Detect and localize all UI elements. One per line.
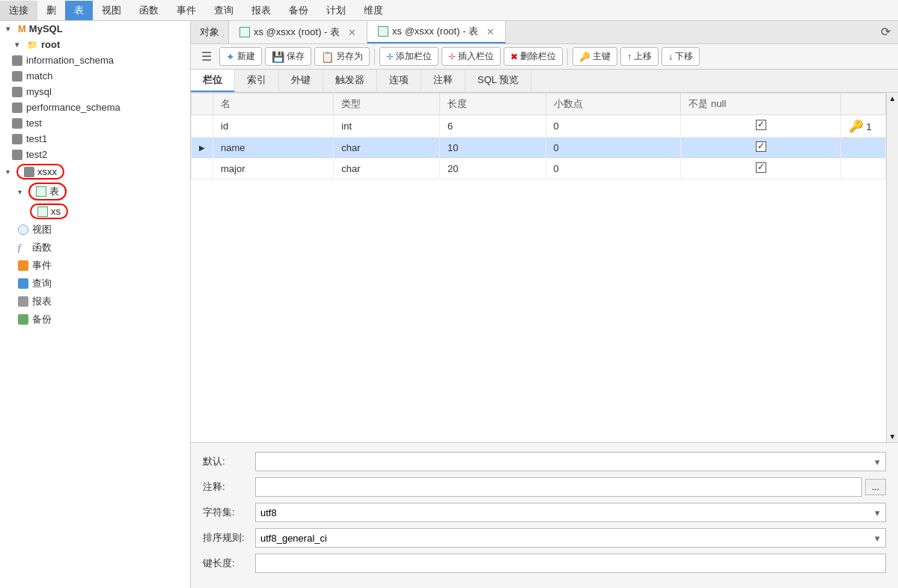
prop-keylength-row: 键长度: [203,554,886,573]
event-label: 事件 [32,259,52,272]
sidebar-query-section[interactable]: 查询 [0,275,190,293]
object-tab[interactable]: 对象 [191,21,229,43]
th-not-null: 不是 null [681,94,841,115]
th-type: 类型 [334,94,440,115]
view-label: 视图 [32,223,52,236]
hamburger-menu[interactable]: ☰ [197,48,216,65]
cell-decimal[interactable]: 0 [546,159,681,180]
cell-length[interactable]: 6 [439,115,546,138]
cell-type[interactable]: char [334,138,440,159]
menu-report[interactable]: 报表 [242,1,280,20]
scroll-up-arrow[interactable]: ▲ [887,93,898,104]
table-row[interactable]: idint60🔑 1 [192,115,886,138]
table-row[interactable]: ▶namechar100 [192,138,886,159]
sidebar-item-information-schema[interactable]: information_schema [0,52,190,68]
sidebar-item-performance[interactable]: performance_schema [0,99,190,115]
insert-col-button[interactable]: ✛ 插入栏位 [442,47,501,66]
cell-key [841,159,886,180]
sub-tab-columns[interactable]: 栏位 [191,70,235,92]
cell-not-null[interactable] [681,159,841,180]
prop-comment-btn[interactable]: ... [865,479,886,495]
menu-query[interactable]: 查询 [205,1,242,20]
not-null-checkbox[interactable] [756,141,766,152]
cell-not-null[interactable] [681,138,841,159]
cell-length[interactable]: 10 [439,138,546,159]
table-section-highlight: 表 [28,183,67,200]
cell-length[interactable]: 20 [439,159,546,180]
sidebar-item-match[interactable]: match [0,68,190,84]
sub-tab-triggers[interactable]: 触发器 [323,70,377,92]
primary-key-button[interactable]: 🔑 主键 [572,47,617,66]
sub-tab-foreign-keys[interactable]: 外键 [279,70,323,92]
cell-decimal[interactable]: 0 [546,115,681,138]
tab2-close[interactable]: ✕ [486,26,495,37]
menu-delete[interactable]: 删 [37,1,65,20]
scroll-down-arrow[interactable]: ▼ [887,431,898,442]
sub-tabs: 栏位 索引 外键 触发器 连项 注释 SQL 预览 [191,70,898,93]
save-as-button[interactable]: 📋 另存为 [314,47,370,66]
sidebar-mysql[interactable]: ▾ M MySQL [0,21,190,37]
new-button[interactable]: ✦ 新建 [219,47,262,66]
cell-name[interactable]: id [213,115,334,138]
move-up-button[interactable]: ↑ 上移 [620,47,659,66]
row-arrow-cell [192,115,213,138]
sub-tab-indexes[interactable]: 索引 [235,70,279,92]
sidebar-backup-section[interactable]: 备份 [0,310,190,328]
vertical-scrollbar[interactable]: ▲ ▼ [886,93,898,442]
row-arrow-cell [192,159,213,180]
sub-tab-sql-preview[interactable]: SQL 预览 [465,70,531,92]
cell-type[interactable]: int [334,115,440,138]
cell-decimal[interactable]: 0 [546,138,681,159]
tab2[interactable]: xs @xsxx (root) - 表 ✕ [367,21,506,43]
menu-table[interactable]: 表 [65,1,93,20]
sidebar-report-section[interactable]: 报表 [0,293,190,310]
prop-comment-label: 注释: [203,480,255,494]
sub-tab-options[interactable]: 连项 [377,70,421,92]
not-null-checkbox[interactable] [756,162,766,173]
refresh-btn[interactable]: ⟳ [873,21,898,43]
tab1-close[interactable]: ✕ [348,27,356,38]
menu-backup[interactable]: 备份 [280,1,317,20]
sidebar-view-section[interactable]: 视图 [0,221,190,239]
view-icon [18,224,28,235]
sidebar-item-test2[interactable]: test2 [0,147,190,162]
sidebar-xs-table-row[interactable]: xs [0,202,190,221]
add-col-button[interactable]: ✛ 添加栏位 [379,47,439,66]
save-button[interactable]: 💾 保存 [265,47,311,66]
sub-tab-comment[interactable]: 注释 [421,70,465,92]
menu-dimension[interactable]: 维度 [355,1,392,20]
prop-collation-select[interactable]: utf8_general_ci utf8_unicode_ci utf8_bin [255,528,886,548]
save-label: 保存 [287,50,305,63]
prop-comment-input[interactable] [255,477,862,497]
cell-not-null[interactable] [681,115,841,138]
table-expand-arrow: ▾ [18,188,27,196]
sidebar-xsxx-row[interactable]: ▾ xsxx [0,162,190,181]
not-null-checkbox[interactable] [756,120,766,130]
menu-connect[interactable]: 连接 [0,1,37,20]
menu-event[interactable]: 事件 [168,1,205,20]
tab1[interactable]: xs @xsxx (root) - 表 ✕ [229,21,367,43]
sidebar-item-test1[interactable]: test1 [0,131,190,147]
prop-charset-select[interactable]: utf8 latin1 utf8mb4 gbk [255,503,886,522]
table-row[interactable]: majorchar200 [192,159,886,180]
db-icon-match [12,71,22,82]
sidebar-event-section[interactable]: 事件 [0,257,190,275]
sidebar-root[interactable]: ▾ 📁 root [0,37,190,52]
menu-schedule[interactable]: 计划 [317,1,355,20]
sidebar-item-test[interactable]: test [0,115,190,131]
menu-function[interactable]: 函数 [130,1,168,20]
sidebar-func-section[interactable]: f 函数 [0,239,190,257]
cell-name[interactable]: name [213,138,334,159]
prop-default-select[interactable] [255,452,886,471]
th-length: 长度 [439,94,546,115]
menu-view[interactable]: 视图 [93,1,130,20]
sidebar: ▾ M MySQL ▾ 📁 root information_schema ma… [0,21,191,588]
prop-keylength-input[interactable] [255,554,886,573]
sidebar-table-section-row[interactable]: ▾ 表 [0,181,190,202]
app-container: 连接 删 表 视图 函数 事件 查询 报表 备份 计划 维度 ▾ M MySQL… [0,0,898,588]
cell-name[interactable]: major [213,159,334,180]
cell-type[interactable]: char [334,159,440,180]
move-down-button[interactable]: ↓ 下移 [662,47,700,66]
delete-col-button[interactable]: ✖ 删除栏位 [504,47,563,66]
sidebar-item-mysql[interactable]: mysql [0,84,190,99]
